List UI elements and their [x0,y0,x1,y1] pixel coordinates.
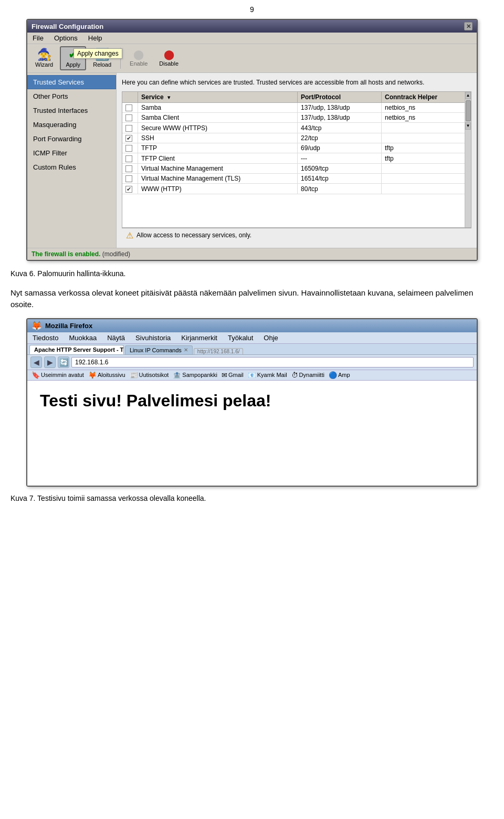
menu-file[interactable]: File [30,34,46,43]
ff-address-bar: ◀ ▶ 🔄 [27,355,477,370]
service-checkbox-8[interactable]: ✔ [125,186,132,193]
apply-tooltip: Apply changes [74,48,122,59]
ff-page-content: Testi sivu! Palvelimesi pelaa! [27,381,477,486]
sort-icon: ▾ [167,94,170,100]
service-helper: tftp [382,143,471,153]
sidebar-item-other-ports[interactable]: Other Ports [27,89,116,103]
table-row: Virtual Machine Management (TLS)16514/tc… [122,174,471,184]
scrollbar[interactable]: ▲ ▼ [465,92,471,227]
tab-apache[interactable]: Apache HTTP Server Support - The A... ✕ [29,345,124,354]
service-helper: tftp [382,153,471,163]
sidebar-item-port-forwarding[interactable]: Port Forwarding [27,132,116,146]
bm-kyamk-icon: 📧 [248,371,256,379]
bm-dynamiitti[interactable]: ⏱ Dynamiitti [291,371,324,379]
enable-icon: ⬤ [133,50,144,59]
bm-gmail[interactable]: ✉ Gmail [222,371,244,379]
col-helper: Conntrack Helper [382,92,471,103]
ff-menu-kirjanmerkit[interactable]: Kirjanmerkit [180,333,218,342]
service-name: TFTP Client [138,153,298,163]
back-button[interactable]: ◀ [30,356,42,368]
ff-bookmarks-bar: 🔖 Useimmin avatut 🦊 Aloitussivu 📰 Uutiso… [27,370,477,381]
service-helper: netbios_ns [382,102,471,112]
service-helper: netbios_ns [382,113,471,123]
forward-button[interactable]: ▶ [44,356,56,368]
fw-toolbar: 🧙 Wizard ✔ Apply 🔄 Reload ⬤ Enable ⬤ Dis… [27,44,477,73]
bm-sampopankki[interactable]: 🏦 Sampopankki [173,371,217,379]
col-service[interactable]: Service ▾ [138,92,298,103]
service-port: 443/tcp [298,123,382,133]
new-tab-btn[interactable]: http://192.168.1.6/ [194,348,244,354]
ff-menu-ohje[interactable]: Ohje [262,333,279,342]
bm-kyamk[interactable]: 📧 Kyamk Mail [248,371,287,379]
service-name: Samba Client [138,113,298,123]
bm-uutisotsikot-label: Uutisotsikot [139,372,169,378]
service-name: Virtual Machine Management (TLS) [138,174,298,184]
table-row: Samba Client137/udp, 138/udpnetbios_ns [122,113,471,123]
service-checkbox-3[interactable]: ✔ [125,135,132,142]
reload-page-button[interactable]: 🔄 [58,356,69,368]
sidebar-item-trusted-interfaces[interactable]: Trusted Interfaces [27,103,116,118]
ff-menubar: Tiedosto Muokkaa Näytä Sivuhistoria Kirj… [27,332,477,344]
service-port: 137/udp, 138/udp [298,102,382,112]
bm-aloitus-icon: 🦊 [88,371,97,379]
tab-linux[interactable]: Linux IP Commands ✕ [125,345,193,354]
service-port: 16514/tcp [298,174,382,184]
scrollbar-thumb[interactable] [466,100,471,121]
ff-menu-muokkaa[interactable]: Muokkaa [68,333,98,342]
bm-amp-icon: 🔵 [329,371,337,379]
body-text-1: Nyt samassa verkossa olevat koneet pitäi… [10,287,494,311]
warning-bar: ⚠ Allow access to necessary services, on… [122,228,471,243]
wizard-button[interactable]: 🧙 Wizard [30,47,58,70]
table-row: ✔WWW (HTTP)80/tcp [122,184,471,194]
service-checkbox-0[interactable] [125,104,132,111]
apply-label: Apply [66,61,80,68]
disable-button[interactable]: ⬤ Disable [154,48,183,69]
tab-apache-label: Apache HTTP Server Support - The A... [34,346,124,353]
service-checkbox-7[interactable] [125,175,132,182]
service-checkbox-6[interactable] [125,165,132,172]
service-helper [382,174,471,184]
sidebar-item-trusted[interactable]: Trusted Services [27,75,116,89]
service-checkbox-2[interactable] [125,125,132,132]
menu-help[interactable]: Help [86,34,104,43]
service-name: Secure WWW (HTTPS) [138,123,298,133]
ff-menu-nayta[interactable]: Näytä [106,333,126,342]
service-helper [382,184,471,194]
ff-tabs: Apache HTTP Server Support - The A... ✕ … [27,344,477,355]
scrollbar-down-btn[interactable]: ▼ [465,122,471,130]
ff-menu-tyokalut[interactable]: Työkalut [227,333,254,342]
bm-useimmin[interactable]: 🔖 Useimmin avatut [32,371,84,379]
content-description: Here you can define which services are t… [122,78,471,87]
bm-sampopankki-label: Sampopankki [182,372,217,378]
scrollbar-up-btn[interactable]: ▲ [465,92,471,99]
service-name: TFTP [138,143,298,153]
ff-menu-sivuhistoria[interactable]: Sivuhistoria [134,333,172,342]
service-checkbox-4[interactable] [125,145,132,152]
table-row: TFTP Client---tftp [122,153,471,163]
table-row: Virtual Machine Management16509/tcp [122,163,471,173]
service-checkbox-5[interactable] [125,155,132,162]
bm-aloitus[interactable]: 🦊 Aloitussivu [88,371,125,379]
address-input[interactable] [71,357,474,368]
tab-linux-close[interactable]: ✕ [184,347,188,353]
sidebar-item-custom-rules[interactable]: Custom Rules [27,160,116,174]
bm-kyamk-label: Kyamk Mail [257,372,287,378]
bm-dynamiitti-label: Dynamiitti [299,372,324,378]
sidebar-item-icmp-filter[interactable]: ICMP Filter [27,146,116,160]
service-checkbox-1[interactable] [125,114,132,121]
bm-amp[interactable]: 🔵 Amp [329,371,350,379]
ff-menu-tiedosto[interactable]: Tiedosto [32,333,59,342]
sidebar-item-masquerading[interactable]: Masquerading [27,118,116,132]
bm-uutisotsikot[interactable]: 📰 Uutisotsikot [130,371,169,379]
bm-useimmin-label: Useimmin avatut [41,372,84,378]
bm-gmail-label: Gmail [228,372,244,378]
fw-statusbar: The firewall is enabled. (modified) [27,248,477,260]
menu-options[interactable]: Options [52,34,80,43]
enable-button[interactable]: ⬤ Enable [125,48,152,69]
firewall-window: Firewall Configuration ✕ File Options He… [26,19,478,261]
col-port: Port/Protocol [298,92,382,103]
services-table: Service ▾ Port/Protocol Conntrack Helper… [122,92,471,194]
fw-title: Firewall Configuration [32,23,103,30]
close-icon[interactable]: ✕ [464,22,472,30]
table-row: ✔SSH22/tcp [122,133,471,143]
